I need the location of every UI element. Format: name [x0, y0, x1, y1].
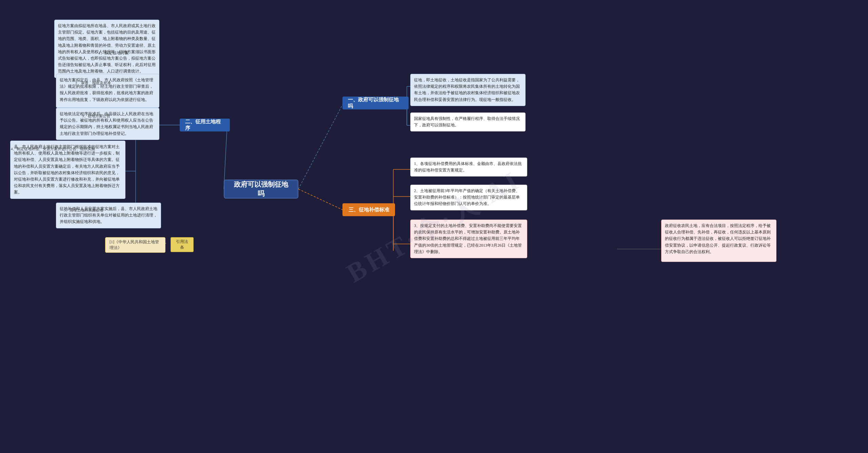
right3-content: 1、各项征地补偿费用的具体标准、金额由市、县政府依法批准的征地补偿安置方案规定。: [414, 161, 522, 172]
central-node[interactable]: 政府可以强制征地吗: [224, 180, 298, 199]
farright-node: 政府征收农民土地，应有合法项目，按照法定程序，给予被征收人合理补偿、先补偿，再征…: [661, 220, 776, 262]
section-compensation-label: 三、征地补偿标准: [349, 207, 389, 213]
step2-label: 2、审查、报批及批准: [75, 81, 111, 86]
step3-node: 征地依法定程序批准后，由县级以上人民政府在当地予以公告。被征地的所有权人和使用权…: [56, 108, 159, 140]
right2-node: 国家征地具有强制性，在严格履行程序、取得合法手续情况下，政府可以强制征地。: [410, 112, 526, 131]
canvas: BHT·个·人·AI: [0, 0, 868, 453]
right1-node: 征地，即土地征收，土地征收是指国家为了公共利益需要，依照法律规定的程序和权限将农…: [410, 74, 526, 106]
citation-law: [1]《中华人民共和国土地管理法》: [105, 237, 165, 253]
section-canforce-label: 一、政府可以强制征地吗: [348, 97, 403, 109]
section-procedure-label: 二、征用土地程序: [185, 119, 224, 131]
step5-node: 征地补偿和人员安置方案实施后，县、市人民政府土地行政主管部门组织有关单位对被征用…: [56, 203, 161, 228]
step1-label: 1、拟定征地方案: [98, 50, 129, 56]
right5-node: 3、按规定支付的土地补偿费、安置补助费尚不能使需要安置的农民保持原有生活水平的，…: [410, 220, 527, 258]
right4-content: 2、土地被征用前3年平均年产值的确定（有关土地补偿费、安置补助费的补偿标准）：按…: [414, 188, 520, 206]
right1-content: 征地，即土地征收，土地征收是指国家为了公共利益需要，依照法律规定的程序和权限将农…: [414, 78, 520, 102]
step4-content: 县、市人民政府土地行政主管部门根据批准的征地方案对土地所有权人、使用权人及地上附…: [14, 144, 120, 194]
step2-node: 征地方案拟定后，由县、市人民政府按照《土地管理法》规定的批准权限，经土地行政主管…: [56, 74, 159, 108]
svg-line-0: [298, 105, 342, 189]
farright-content: 政府征收农民土地，应有合法项目，按照法定程序，给予被征收人合理补偿、先补偿，再征…: [665, 223, 771, 254]
citation-label[interactable]: 引用法条: [171, 237, 194, 252]
right2-content: 国家征地具有强制性，在严格履行程序、取得合法手续情况下，政府可以强制征地。: [414, 116, 520, 127]
step5-label: 5、清理土地和实施征地: [64, 208, 103, 213]
svg-line-1: [298, 189, 342, 210]
right4-node: 2、土地被征用前3年平均年产值的确定（有关土地补偿费、安置补助费的补偿标准）：按…: [410, 185, 527, 210]
section-compensation[interactable]: 三、征地补偿标准: [342, 203, 395, 216]
step3-label: 3、征地方案公告: [82, 114, 110, 119]
citation-label-text: 引用法条: [176, 239, 188, 250]
step1-content: 征地方案由拟征地所在地县、市人民政府或其土地行政主管部门拟定。征地方案，包括征地…: [58, 23, 156, 74]
step4-label: 4、制定征地补偿、安置方案并进行公告、组织实施: [11, 146, 126, 151]
citation-law-text: [1]《中华人民共和国土地管理法》: [110, 240, 159, 250]
step1-node: 征地方案由拟征地所在地县、市人民政府或其土地行政主管部门拟定。征地方案，包括征地…: [54, 20, 159, 78]
central-label: 政府可以强制征地吗: [233, 180, 290, 198]
right5-content: 3、按规定支付的土地补偿费、安置补助费尚不能使需要安置的农民保持原有生活水平的，…: [414, 223, 522, 254]
section-canforce[interactable]: 一、政府可以强制征地吗: [342, 97, 409, 109]
right3-node: 1、各项征地补偿费用的具体标准、金额由市、县政府依法批准的征地补偿安置方案规定。: [410, 158, 527, 177]
section-procedure[interactable]: 二、征用土地程序: [180, 119, 230, 131]
